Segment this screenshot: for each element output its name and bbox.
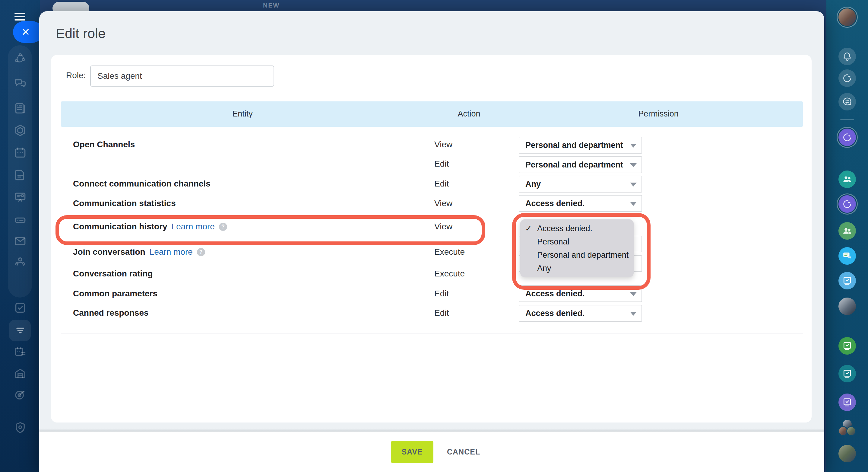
chevron-down-icon xyxy=(630,292,637,296)
sidebar-item-marketing[interactable] xyxy=(13,387,27,402)
sidebar-item-network[interactable] xyxy=(13,52,27,65)
menu-item-personal[interactable]: Personal xyxy=(520,235,634,248)
sidebar-item-boards[interactable] xyxy=(13,190,27,204)
team-icon xyxy=(13,264,27,269)
contact-avatar-1[interactable] xyxy=(838,298,856,315)
sidebar-item-events[interactable] xyxy=(13,345,27,359)
table-row-entity: Communication statistics xyxy=(73,197,176,209)
warehouse-icon xyxy=(13,376,27,381)
permission-value: Personal and department xyxy=(525,141,623,150)
sidebar-item-contact-center[interactable] xyxy=(13,324,27,337)
menu-item-access-denied[interactable]: ✓ Access denied. xyxy=(520,222,634,235)
sidebar-item-crm[interactable] xyxy=(13,123,27,137)
modal-footer: SAVE CANCEL xyxy=(39,432,824,472)
action-label: Edit xyxy=(434,158,449,170)
right-sidebar xyxy=(826,0,868,472)
security-icon xyxy=(13,430,27,436)
sidebar-item-security[interactable] xyxy=(13,421,27,435)
task-chat-green-icon[interactable] xyxy=(838,337,856,355)
permission-select[interactable]: Personal and department xyxy=(519,137,642,154)
sidebar-item-messenger[interactable] xyxy=(13,77,27,91)
tasks-icon xyxy=(13,311,27,316)
close-modal-button[interactable]: ✕ xyxy=(13,21,43,43)
menu-item-personal-and-department[interactable]: Personal and department xyxy=(520,248,634,262)
action-label: View xyxy=(434,197,453,209)
task-chat-blue-icon[interactable] xyxy=(838,272,856,289)
table-row-entity: Open Channels xyxy=(73,139,135,151)
permission-select[interactable]: Access denied. xyxy=(519,195,642,212)
sidebar-item-drive[interactable] xyxy=(13,213,27,227)
role-name-input[interactable] xyxy=(90,65,274,87)
permission-value: Access denied. xyxy=(525,199,585,208)
sidebar-item-documents[interactable] xyxy=(13,168,27,182)
entity-label: Connect communication channels xyxy=(73,179,211,188)
entity-label: Communication statistics xyxy=(73,199,176,208)
main-menu-icon[interactable] xyxy=(14,13,25,22)
people-icon xyxy=(842,174,852,185)
contact-avatar-2[interactable] xyxy=(838,445,856,462)
copilot-icon[interactable] xyxy=(838,69,856,87)
sidebar-item-calendar[interactable] xyxy=(13,146,27,160)
task-chat-teal-icon[interactable] xyxy=(838,365,856,382)
current-user-avatar[interactable] xyxy=(838,8,856,26)
close-icon: ✕ xyxy=(22,26,30,38)
table-row-entity: Communication historyLearn more? xyxy=(73,220,227,233)
app-root: NEW ✕ Edit role Role: Entity Action Perm… xyxy=(0,0,868,472)
permission-select[interactable]: Personal and department xyxy=(519,156,642,173)
table-row-entity: Join conversationLearn more? xyxy=(73,246,205,258)
menu-item-any[interactable]: Any xyxy=(520,262,634,275)
action-label: Execute xyxy=(434,268,465,280)
permission-select[interactable]: Access denied. xyxy=(519,285,642,302)
sidebar-item-warehouse[interactable] xyxy=(13,366,27,380)
drive-icon xyxy=(13,223,27,228)
left-sidebar: ✕ xyxy=(0,0,40,472)
chevron-down-icon xyxy=(630,163,637,167)
task-chat-purple-icon[interactable] xyxy=(838,393,856,411)
network-icon xyxy=(13,61,27,66)
group-chat-green-icon[interactable] xyxy=(838,222,856,240)
entity-label: Communication history xyxy=(73,222,167,232)
action-label: Edit xyxy=(434,178,449,190)
entity-label: Open Channels xyxy=(73,140,135,149)
sales-funnel-icon xyxy=(13,333,27,338)
help-icon[interactable]: ? xyxy=(219,223,227,231)
chevron-down-icon xyxy=(630,183,637,186)
page-title: Edit role xyxy=(56,26,105,41)
help-icon[interactable]: ? xyxy=(197,248,205,256)
notifications-bell-icon[interactable] xyxy=(838,48,856,65)
chevron-down-icon xyxy=(630,202,637,206)
marketing-icon xyxy=(13,397,27,402)
copilot-chat-icon[interactable] xyxy=(838,128,856,146)
permission-select[interactable]: Any xyxy=(519,176,642,193)
sidebar-item-tasks[interactable] xyxy=(13,301,27,315)
recent-chat-icon[interactable] xyxy=(838,247,856,265)
cancel-button[interactable]: CANCEL xyxy=(445,441,482,463)
divider xyxy=(61,333,803,333)
copilot-chat-active-icon[interactable] xyxy=(838,195,856,213)
page-top-strip: NEW xyxy=(40,0,826,11)
messenger-icon xyxy=(13,86,27,91)
group-chat-avatars[interactable] xyxy=(838,419,856,437)
permission-value: Access denied. xyxy=(525,289,585,298)
table-row-entity: Connect communication channels xyxy=(73,178,211,190)
permission-dropdown-menu[interactable]: ✓ Access denied. Personal Personal and d… xyxy=(520,219,634,277)
sidebar-item-news-feed[interactable] xyxy=(13,101,27,115)
check-square-icon xyxy=(842,275,852,286)
permission-select[interactable]: Access denied. xyxy=(519,305,642,322)
column-header-permission: Permission xyxy=(638,109,679,119)
sidebar-item-team[interactable] xyxy=(13,255,27,269)
messenger-exchange-icon[interactable] xyxy=(838,93,856,111)
chevron-down-icon xyxy=(630,144,637,148)
sidebar-item-mail[interactable] xyxy=(13,234,27,248)
group-chat-teal-icon[interactable] xyxy=(838,171,856,188)
permission-value: Any xyxy=(525,180,541,189)
action-label: Execute xyxy=(434,246,465,258)
role-label: Role: xyxy=(66,70,86,80)
bell-icon xyxy=(842,51,852,62)
column-header-action: Action xyxy=(458,109,480,119)
new-badge: NEW xyxy=(263,2,280,9)
save-button[interactable]: SAVE xyxy=(391,441,433,463)
check-square-icon xyxy=(842,368,852,379)
learn-more-link[interactable]: Learn more xyxy=(172,222,215,232)
learn-more-link[interactable]: Learn more xyxy=(150,247,193,257)
